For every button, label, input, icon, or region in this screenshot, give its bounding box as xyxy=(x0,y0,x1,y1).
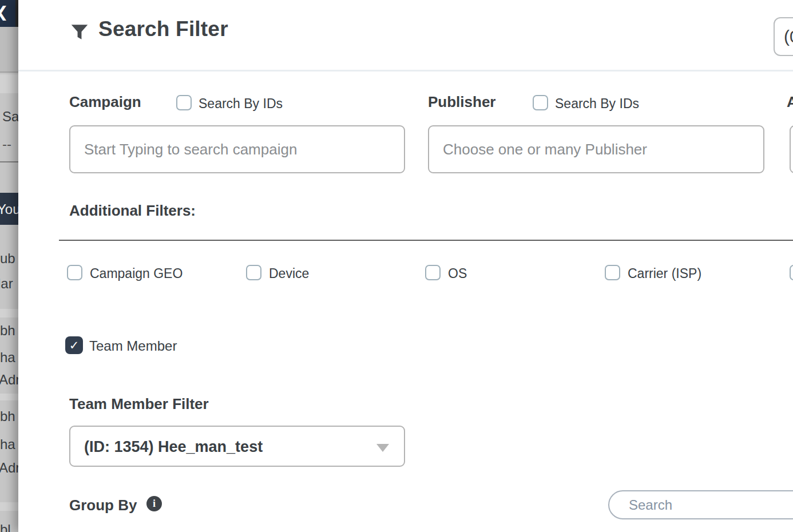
campaign-label: Campaign xyxy=(69,94,141,109)
chevron-left-icon: ❮ xyxy=(0,3,9,21)
modal-title: Search Filter xyxy=(98,17,228,41)
campaign-geo-checkbox[interactable] xyxy=(67,265,82,280)
filter-funnel-icon xyxy=(69,22,90,42)
campaign-search-by-ids-label: Search By IDs xyxy=(199,96,283,112)
team-member-label: Team Member xyxy=(89,338,177,354)
sidebar-collapse-button[interactable]: ❮ xyxy=(0,0,15,27)
screen: ❮ Sa -- You ub lar bh ha Adr bh ha Adr b… xyxy=(0,0,793,532)
clipped-checkbox[interactable] xyxy=(790,265,793,280)
background-text-fragment: ub xyxy=(0,252,15,265)
background-text-fragment: You xyxy=(0,201,18,217)
publisher-search-by-ids-label: Search By IDs xyxy=(555,96,639,112)
third-field-partial-label: A xyxy=(787,94,793,109)
background-text-fragment: ha xyxy=(0,351,15,364)
team-member-filter-select[interactable]: (ID: 1354) Hee_man_test xyxy=(69,426,405,467)
carrier-isp-checkbox[interactable] xyxy=(605,265,620,280)
background-selected-tab: You xyxy=(0,193,18,225)
background-text-fragment: Sa xyxy=(2,110,18,124)
group-by-label: Group By xyxy=(69,498,137,513)
background-text-fragment: bh xyxy=(0,324,15,338)
background-text-fragment: lar xyxy=(0,277,13,291)
check-icon: ✓ xyxy=(69,339,80,352)
device-label: Device xyxy=(269,266,309,281)
team-member-filter-value: (ID: 1354) Hee_man_test xyxy=(84,427,263,467)
background-text-fragment: ha xyxy=(0,438,15,451)
background-toolbar-fragment xyxy=(0,27,18,73)
background-row-band xyxy=(0,502,18,511)
publisher-search-input[interactable] xyxy=(428,125,764,173)
team-member-checkbox[interactable]: ✓ xyxy=(65,336,83,354)
background-row-band xyxy=(0,394,18,400)
additional-filters-heading: Additional Filters: xyxy=(69,203,196,218)
third-field-partial-input[interactable] xyxy=(790,125,793,173)
team-member-filter-label: Team Member Filter xyxy=(69,396,209,411)
background-text-fragment: -- xyxy=(2,137,11,151)
search-filter-modal: Search Filter (0 Campaign Search By IDs … xyxy=(18,0,793,532)
group-by-search-input[interactable] xyxy=(608,490,793,519)
os-checkbox[interactable] xyxy=(425,265,441,280)
background-text-fragment: Adr xyxy=(0,461,18,475)
carrier-isp-label: Carrier (ISP) xyxy=(628,266,701,281)
os-label: OS xyxy=(448,266,467,281)
background-text-fragment: bl xyxy=(0,523,11,532)
campaign-geo-label: Campaign GEO xyxy=(90,266,183,281)
header-partial-button[interactable]: (0 xyxy=(774,17,793,56)
background-page-sliver: ❮ Sa -- You ub lar bh ha Adr bh ha Adr b… xyxy=(0,0,18,532)
publisher-search-by-ids-checkbox[interactable] xyxy=(533,95,548,110)
background-text-fragment: bh xyxy=(0,410,15,423)
publisher-label: Publisher xyxy=(428,94,495,109)
background-row-band xyxy=(0,74,18,93)
section-divider xyxy=(59,240,793,241)
background-text-fragment: Adr xyxy=(0,373,18,387)
header-divider xyxy=(18,70,793,72)
campaign-search-by-ids-checkbox[interactable] xyxy=(176,95,192,110)
chevron-down-icon xyxy=(376,444,389,452)
device-checkbox[interactable] xyxy=(246,265,261,280)
background-row-band xyxy=(0,309,18,317)
background-divider xyxy=(0,161,18,162)
campaign-search-input[interactable] xyxy=(69,125,405,173)
info-icon[interactable]: i xyxy=(146,496,162,511)
